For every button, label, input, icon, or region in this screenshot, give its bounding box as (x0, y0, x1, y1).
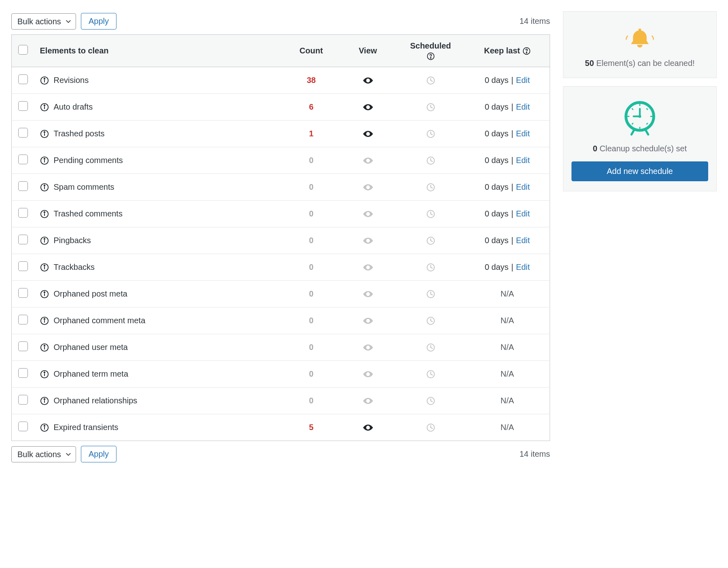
select-all-checkbox[interactable] (18, 45, 28, 55)
svg-line-81 (632, 123, 633, 124)
bulk-actions-select[interactable]: Bulk actions (11, 13, 76, 30)
eye-icon (362, 236, 374, 245)
svg-point-67 (367, 400, 369, 402)
row-checkbox[interactable] (18, 395, 28, 405)
edit-link[interactable]: Edit (516, 76, 530, 85)
table-row: Orphaned comment meta0N/A (12, 307, 550, 334)
clock-icon[interactable] (426, 209, 436, 219)
info-icon[interactable] (40, 370, 49, 379)
clock-icon[interactable] (426, 129, 436, 139)
apply-button[interactable]: Apply (81, 13, 116, 30)
eye-icon[interactable] (362, 103, 374, 112)
clock-icon[interactable] (426, 156, 436, 165)
svg-point-37 (367, 240, 369, 242)
table-row: Auto drafts60 days | Edit (12, 94, 550, 121)
row-checkbox[interactable] (18, 155, 28, 164)
clock-icon[interactable] (426, 369, 436, 379)
info-icon[interactable] (40, 290, 49, 299)
svg-rect-35 (44, 240, 45, 242)
bulk-actions-select[interactable]: Bulk actions (11, 446, 76, 462)
row-name: Orphaned relationships (54, 396, 138, 405)
row-checkbox[interactable] (18, 208, 28, 218)
clock-icon[interactable] (426, 263, 436, 272)
svg-point-36 (44, 238, 45, 239)
info-icon[interactable] (40, 129, 49, 138)
row-checkbox[interactable] (18, 368, 28, 378)
info-icon[interactable] (40, 343, 49, 352)
info-icon[interactable] (40, 423, 49, 432)
svg-rect-60 (44, 373, 45, 376)
table-row: Orphaned relationships0N/A (12, 388, 550, 414)
info-icon[interactable] (40, 183, 49, 192)
th-scheduled: Scheduled (396, 35, 465, 67)
items-count: 14 items (519, 449, 550, 459)
row-count: 0 (309, 263, 313, 271)
edit-link[interactable]: Edit (516, 209, 530, 218)
info-icon[interactable] (40, 263, 49, 272)
table-row: Trashed comments00 days | Edit (12, 201, 550, 227)
clock-icon[interactable] (426, 316, 436, 326)
info-icon[interactable] (40, 210, 49, 218)
svg-line-82 (646, 123, 648, 124)
row-checkbox[interactable] (18, 74, 28, 84)
eye-icon (362, 316, 374, 325)
clock-icon[interactable] (426, 396, 436, 406)
row-count: 38 (307, 76, 315, 85)
table-row: Spam comments00 days | Edit (12, 174, 550, 201)
clock-icon[interactable] (426, 236, 436, 246)
row-count: 1 (309, 129, 313, 138)
help-icon[interactable] (427, 52, 435, 60)
row-checkbox[interactable] (18, 128, 28, 138)
svg-point-7 (367, 80, 369, 82)
info-icon[interactable] (40, 236, 49, 245)
edit-link[interactable]: Edit (516, 102, 530, 111)
eye-icon[interactable] (362, 129, 374, 138)
clock-icon[interactable] (426, 76, 436, 85)
info-icon[interactable] (40, 156, 49, 165)
edit-link[interactable]: Edit (516, 156, 530, 165)
info-icon[interactable] (40, 76, 49, 85)
keep-last-na: N/A (501, 396, 514, 405)
edit-link[interactable]: Edit (516, 236, 530, 245)
svg-point-56 (44, 345, 45, 346)
svg-line-80 (646, 108, 648, 110)
clock-icon[interactable] (426, 423, 436, 432)
svg-rect-40 (44, 267, 45, 269)
row-checkbox[interactable] (18, 261, 28, 271)
row-checkbox[interactable] (18, 288, 28, 298)
svg-line-87 (645, 129, 648, 134)
edit-link[interactable]: Edit (516, 182, 530, 191)
th-count: Count (283, 35, 340, 67)
add-schedule-button[interactable]: Add new schedule (571, 161, 708, 181)
info-icon[interactable] (40, 316, 49, 325)
row-checkbox[interactable] (18, 235, 28, 244)
info-icon[interactable] (40, 103, 49, 112)
clock-icon[interactable] (426, 343, 436, 352)
cleanup-summary-box: 50 Element(s) can be cleaned! (563, 11, 717, 78)
row-checkbox[interactable] (18, 101, 28, 111)
row-checkbox[interactable] (18, 315, 28, 324)
info-icon[interactable] (40, 396, 49, 405)
edit-link[interactable]: Edit (516, 129, 530, 138)
row-name: Orphaned comment meta (54, 316, 146, 325)
clock-icon[interactable] (426, 102, 436, 112)
row-name: Expired transients (54, 423, 119, 432)
row-checkbox[interactable] (18, 422, 28, 431)
clock-icon[interactable] (426, 289, 436, 299)
row-checkbox[interactable] (18, 181, 28, 191)
edit-link[interactable]: Edit (516, 263, 530, 271)
svg-point-61 (44, 372, 45, 373)
svg-rect-10 (44, 106, 45, 109)
help-icon[interactable] (523, 47, 531, 55)
eye-icon[interactable] (362, 423, 374, 432)
table-row: Orphaned user meta0N/A (12, 334, 550, 361)
eye-icon (362, 370, 374, 379)
eye-icon[interactable] (362, 76, 374, 85)
svg-point-12 (367, 106, 369, 108)
apply-button[interactable]: Apply (81, 446, 116, 462)
schedule-box: 0 Cleanup schedule(s) set Add new schedu… (563, 86, 717, 191)
elements-table: Elements to clean Count View Scheduled K… (11, 34, 550, 441)
eye-icon (362, 183, 374, 192)
row-checkbox[interactable] (18, 341, 28, 351)
clock-icon[interactable] (426, 182, 436, 192)
